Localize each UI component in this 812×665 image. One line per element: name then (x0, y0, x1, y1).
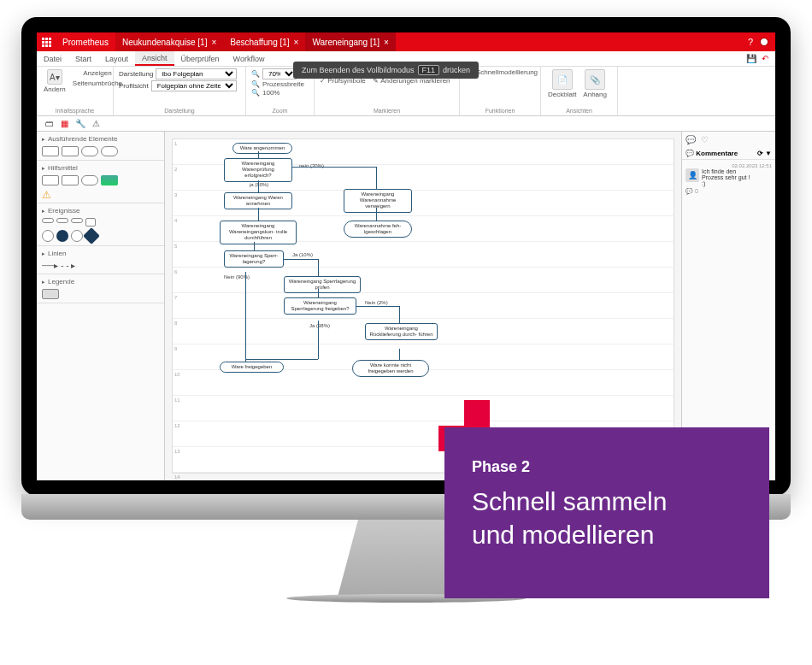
close-icon[interactable]: × (211, 38, 216, 47)
panel-hilfsmittel[interactable]: Hilfsmittel (42, 164, 159, 172)
attachment-icon: 📎 (585, 69, 605, 90)
chat-icon[interactable]: 💬 (685, 135, 696, 144)
shape-rounded[interactable] (81, 146, 98, 156)
wrench-icon[interactable]: 🔧 (75, 119, 85, 128)
node-ruecklieferung[interactable]: Wareneingang Rücklieferung durch- führen (365, 323, 438, 340)
shape-tool[interactable] (101, 175, 118, 185)
node-kontrolle[interactable]: Wareneingang Wareneingangskon- trolle du… (220, 221, 297, 244)
heart-icon[interactable]: ♡ (701, 135, 709, 144)
shape-circle-filled[interactable] (56, 230, 68, 242)
line-solid[interactable]: ──▸ (42, 261, 58, 270)
help-icon[interactable]: ? (748, 37, 753, 47)
change-language-button[interactable]: A▾ Ändern (42, 68, 68, 94)
panel-ereignisse[interactable]: Ereignisse (42, 207, 159, 215)
node-nicht-freigegeben[interactable]: Ware konnte nicht freigegeben werden (352, 360, 429, 377)
tab-wareneingang[interactable]: Wareneingang [1] × (305, 32, 395, 51)
menu-workflow[interactable]: Workflow (227, 51, 272, 66)
filter-icon[interactable]: ⟳ ▼ (757, 150, 772, 157)
undo-icon[interactable]: ↶ (762, 54, 768, 63)
panel-ausfuehrende[interactable]: Ausführende Elemente (42, 135, 159, 143)
legend-swatch (42, 289, 59, 299)
app-title: Prometheus (56, 38, 115, 47)
warning-icon[interactable]: ⚠ (42, 189, 59, 199)
shape-diamond[interactable] (83, 227, 100, 244)
promo-card: Phase 2 Schnell sammeln und modellieren (444, 427, 769, 598)
avatar: 👤 (685, 168, 699, 182)
node-verweigern[interactable]: Wareneingang Warenannahme verweigern (344, 189, 412, 213)
node-decision-pruefung[interactable]: Wareneingang Warenprüfung erfolgreich? (224, 158, 292, 182)
deckblatt-button[interactable]: 📄Deckblatt (546, 68, 578, 99)
save-icon[interactable]: 💾 (746, 54, 756, 63)
menu-datei[interactable]: Datei (37, 51, 68, 66)
menu-layout[interactable]: Layout (98, 51, 135, 66)
zoom-select[interactable]: 70% (262, 68, 297, 79)
shapes-panel: Ausführende Elemente Hilfsmittel ⚠ (37, 132, 165, 480)
shape-event[interactable] (56, 218, 68, 223)
layers-icon[interactable]: ▦ (61, 119, 68, 128)
tab-neukundenakquise[interactable]: Neukundenakquise [1] × (115, 32, 223, 51)
shape-tool[interactable] (62, 175, 79, 185)
menu-ueberpruefen[interactable]: Überprüfen (174, 51, 227, 66)
language-icon: A▾ (47, 69, 62, 85)
comment-item[interactable]: 02.02.2023 12:51 👤 Ich finde den Prozess… (682, 159, 775, 198)
menu-start[interactable]: Start (68, 51, 98, 66)
shape-rect[interactable] (42, 146, 59, 156)
zoom-100-button[interactable]: 🔍100% (251, 89, 309, 97)
node-fehlgeschlagen[interactable]: Warenannahme feh- lgeschlagen (344, 221, 412, 238)
menu-ansicht[interactable]: Ansicht (135, 51, 174, 66)
page-icon: 📄 (552, 69, 573, 90)
shape-circle[interactable] (71, 230, 83, 242)
shape-rounded[interactable] (101, 146, 118, 156)
node-freigeben[interactable]: Wareneingang Sperrlagerung freigeben? (284, 297, 356, 315)
profilsicht-select[interactable]: Folgeplan ohne Zeiten/K (151, 80, 237, 91)
panel-legende[interactable]: Legende (42, 278, 159, 285)
shape-circle[interactable] (42, 230, 54, 242)
darstellung-select[interactable]: ibo Folgeplan (156, 68, 237, 79)
line-dashed[interactable]: - - ▸ (61, 261, 75, 270)
panel-linien[interactable]: Linien (42, 250, 159, 257)
shape-rect[interactable] (62, 146, 79, 156)
close-icon[interactable]: × (384, 38, 389, 47)
tab-beschaffung[interactable]: Beschaffung [1] × (223, 32, 305, 51)
app-menu-icon[interactable] (37, 32, 56, 51)
node-sperrlagerung[interactable]: Wareneingang Sperr- lagerung? (224, 250, 284, 268)
shape-event[interactable] (85, 218, 96, 227)
shape-event[interactable] (42, 218, 54, 223)
anhang-button[interactable]: 📎Anhang (581, 68, 609, 99)
close-icon[interactable]: × (294, 38, 299, 47)
shape-tool[interactable] (81, 175, 98, 185)
record-icon[interactable] (760, 38, 768, 46)
fit-width-button[interactable]: 🔍Prozessbreite (251, 80, 309, 88)
fullscreen-hint: Zum Beenden des Vollbildmodus F11 drücke… (293, 62, 479, 79)
database-icon[interactable]: 🗃 (45, 119, 54, 128)
node-start[interactable]: Ware angenommen (232, 143, 292, 154)
warning-icon[interactable]: ⚠ (92, 119, 100, 128)
zoom-icon: 🔍 (251, 70, 260, 78)
node-freigegeben[interactable]: Ware freigegeben (220, 362, 284, 373)
node-pruefen[interactable]: Wareneingang Sperrlagerung prüfen (284, 276, 361, 293)
shape-event[interactable] (71, 218, 83, 223)
shape-tool[interactable] (42, 175, 59, 185)
